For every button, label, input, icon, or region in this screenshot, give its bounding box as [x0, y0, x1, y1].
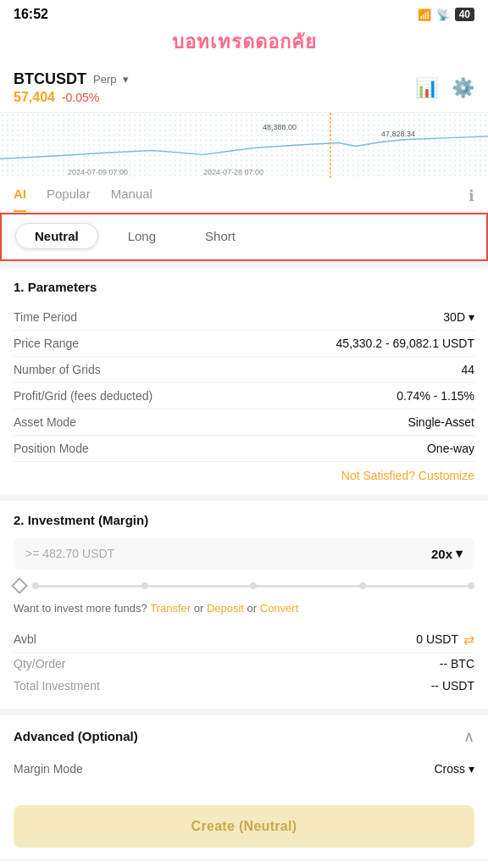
- battery-icon: 40: [455, 8, 474, 21]
- advanced-title: Advanced (Optional): [14, 729, 138, 743]
- transfer-link[interactable]: Transfer: [150, 602, 191, 615]
- convert-link[interactable]: Convert: [260, 602, 299, 615]
- investment-placeholder: >= 482.70 USDT: [25, 547, 114, 560]
- advanced-header: Advanced (Optional) ∧: [14, 727, 474, 746]
- investment-input-row[interactable]: >= 482.70 USDT 20x ▾: [14, 537, 474, 570]
- param-time-period-label: Time Period: [14, 310, 77, 324]
- settings-icon[interactable]: ⚙️: [452, 77, 474, 99]
- tabs-row: AI Popular Manual ℹ: [0, 180, 488, 213]
- investment-title: 2. Investment (Margin): [14, 513, 474, 527]
- param-asset-mode-label: Asset Mode: [14, 415, 76, 429]
- slider-handle[interactable]: [11, 577, 28, 594]
- deposit-link[interactable]: Deposit: [207, 602, 244, 615]
- total-investment-row: Total Investment -- USDT: [14, 675, 474, 697]
- tab-popular[interactable]: Popular: [47, 186, 91, 212]
- param-position-mode-label: Position Mode: [14, 442, 89, 455]
- leverage-value: 20x: [431, 547, 452, 561]
- info-icon[interactable]: ℹ: [469, 186, 474, 212]
- status-icons: 📶 📡 40: [418, 8, 474, 21]
- symbol-name: BTCUSDT: [14, 70, 86, 88]
- slider-track[interactable]: [32, 585, 474, 587]
- main-content: 1. Parameters Time Period 30D ▾ Price Ra…: [0, 261, 488, 860]
- slider-dot-2: [141, 582, 148, 589]
- create-btn-wrap: Create (Neutral): [0, 793, 488, 860]
- create-button[interactable]: Create (Neutral): [14, 805, 474, 848]
- slider-dot-3: [250, 582, 257, 589]
- qty-order-value: -- BTC: [440, 657, 474, 670]
- svg-text:47,828.34: 47,828.34: [381, 130, 415, 138]
- customize-link[interactable]: Not Satisfied? Customize: [14, 469, 474, 482]
- param-num-grids-value: 44: [461, 363, 474, 376]
- param-asset-mode: Asset Mode Single-Asset: [14, 409, 474, 436]
- parameters-title: 1. Parameters: [14, 280, 474, 294]
- avbl-value: 0 USDT ⇄: [416, 632, 474, 648]
- signal-icon: 📶: [418, 8, 431, 21]
- pill-neutral[interactable]: Neutral: [15, 223, 98, 249]
- total-investment-label: Total Investment: [14, 679, 100, 693]
- refresh-icon[interactable]: ⇄: [463, 632, 474, 648]
- direction-selector: Neutral Long Short: [0, 213, 488, 261]
- tab-ai[interactable]: AI: [14, 186, 26, 212]
- time-period-dropdown-icon[interactable]: ▾: [469, 310, 474, 324]
- slider-dot-1: [32, 582, 39, 589]
- slider-dot-4: [359, 582, 366, 589]
- param-time-period: Time Period 30D ▾: [14, 304, 474, 331]
- avbl-label: Avbl: [14, 632, 36, 646]
- parameters-section: 1. Parameters Time Period 30D ▾ Price Ra…: [0, 268, 488, 494]
- total-investment-value: -- USDT: [431, 679, 474, 693]
- param-profit-grid-value: 0.74% - 1.15%: [396, 389, 474, 403]
- symbol-type: Perp: [93, 73, 116, 86]
- param-asset-mode-value: Single-Asset: [408, 415, 474, 429]
- header-left: BTCUSDT Perp ▾ 57,404 -0.05%: [14, 70, 129, 105]
- param-profit-grid-label: Profit/Grid (fees deducted): [14, 389, 152, 403]
- margin-mode-dropdown-icon[interactable]: ▾: [469, 762, 474, 776]
- invest-more-text: Want to invest more funds? Transfer or D…: [14, 600, 474, 617]
- param-price-range: Price Range 45,330.2 - 69,082.1 USDT: [14, 331, 474, 357]
- slider-row[interactable]: [14, 580, 474, 592]
- advanced-chevron-icon[interactable]: ∧: [463, 727, 474, 746]
- phone-container: 16:52 📶 📡 40 บอทเทรดดอกคัย BTCUSDT Perp …: [0, 0, 488, 868]
- param-time-period-value[interactable]: 30D ▾: [443, 310, 474, 324]
- tab-manual[interactable]: Manual: [111, 186, 152, 212]
- qty-order-label: Qty/Order: [14, 657, 65, 670]
- brand-text: บอทเทรดดอกคัย: [0, 25, 488, 64]
- slider-dot-5: [468, 582, 474, 589]
- svg-text:48,388.00: 48,388.00: [263, 123, 297, 131]
- symbol-row: BTCUSDT Perp ▾: [14, 70, 129, 88]
- svg-text:2024-07-09 07:00: 2024-07-09 07:00: [68, 168, 128, 176]
- pill-short[interactable]: Short: [186, 223, 255, 249]
- param-position-mode-value: One-way: [427, 442, 474, 455]
- direction-pills: Neutral Long Short: [15, 223, 473, 249]
- param-price-range-value: 45,330.2 - 69,082.1 USDT: [336, 337, 474, 350]
- margin-mode-value[interactable]: Cross ▾: [434, 762, 474, 776]
- svg-text:2024-07-26 07:00: 2024-07-26 07:00: [203, 168, 263, 176]
- price-change: -0.05%: [62, 91, 99, 104]
- bottom-nav: Trading Bots Trade All Orde: [0, 860, 488, 869]
- pill-long[interactable]: Long: [108, 223, 175, 249]
- investment-section: 2. Investment (Margin) >= 482.70 USDT 20…: [0, 501, 488, 709]
- margin-mode-row: Margin Mode Cross ▾: [14, 756, 474, 782]
- header: BTCUSDT Perp ▾ 57,404 -0.05% 📊 ⚙️: [0, 64, 488, 112]
- price-row: 57,404 -0.05%: [14, 90, 129, 105]
- leverage-badge[interactable]: 20x ▾: [431, 546, 463, 561]
- param-price-range-label: Price Range: [14, 337, 79, 350]
- margin-mode-label: Margin Mode: [14, 762, 83, 776]
- symbol-dropdown-icon[interactable]: ▾: [123, 73, 129, 86]
- param-position-mode: Position Mode One-way: [14, 436, 474, 462]
- header-right: 📊 ⚙️: [415, 77, 474, 99]
- param-num-grids: Number of Grids 44: [14, 357, 474, 383]
- share-icon[interactable]: 📊: [415, 77, 438, 99]
- param-num-grids-label: Number of Grids: [14, 363, 101, 376]
- qty-order-row: Qty/Order -- BTC: [14, 653, 474, 675]
- wifi-icon: 📡: [436, 8, 450, 21]
- status-time: 16:52: [14, 7, 48, 22]
- chart-area: 2024-07-09 07:00 2024-07-26 07:00 48,388…: [0, 112, 488, 180]
- avbl-row: Avbl 0 USDT ⇄: [14, 627, 474, 653]
- advanced-section: Advanced (Optional) ∧ Margin Mode Cross …: [0, 715, 488, 793]
- param-profit-grid: Profit/Grid (fees deducted) 0.74% - 1.15…: [14, 383, 474, 409]
- leverage-dropdown-icon[interactable]: ▾: [456, 546, 463, 561]
- current-price: 57,404: [14, 90, 55, 105]
- status-bar: 16:52 📶 📡 40: [0, 0, 488, 25]
